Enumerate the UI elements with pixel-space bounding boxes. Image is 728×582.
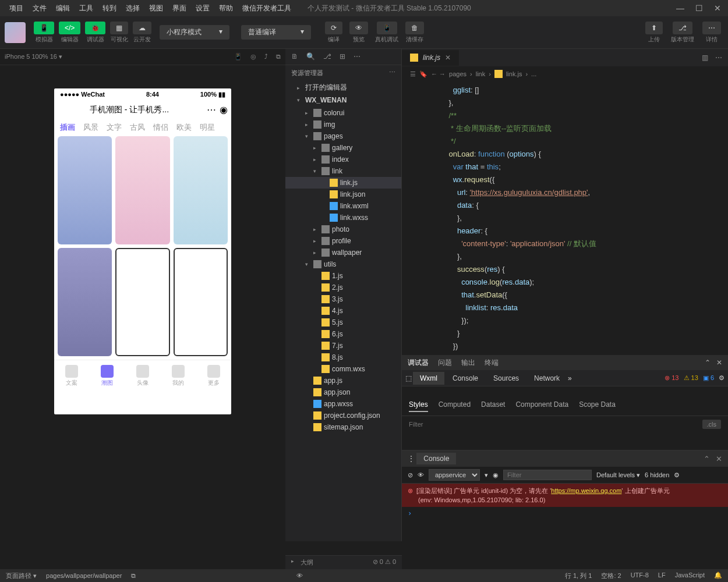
- file-3.js[interactable]: 3.js: [285, 293, 401, 305]
- file-link.json[interactable]: link.json: [285, 189, 401, 200]
- sb-page-path-label[interactable]: 页面路径 ▾: [6, 572, 37, 580]
- file-app.json[interactable]: app.json: [285, 386, 401, 398]
- styles-tab[interactable]: Styles: [409, 400, 428, 412]
- eye-icon-2[interactable]: ◉: [493, 471, 499, 479]
- minimize-button[interactable]: —: [674, 3, 686, 13]
- sb-position[interactable]: 行 1, 列 1: [565, 572, 592, 580]
- sb-page-path[interactable]: pages/wallpaper/wallpaper: [46, 572, 122, 579]
- file-app.js[interactable]: app.js: [285, 375, 401, 386]
- eye-icon[interactable]: 👁: [418, 471, 424, 478]
- file-1.js[interactable]: 1.js: [285, 270, 401, 282]
- menu-wechat-devtools[interactable]: 微信开发者工具: [238, 3, 296, 13]
- file-link.wxss[interactable]: link.wxss: [285, 212, 401, 223]
- folder-pages[interactable]: ▾pages: [285, 130, 401, 142]
- sim-copy-icon[interactable]: ⧉: [276, 53, 281, 61]
- panel-overflow-icon[interactable]: »: [568, 374, 572, 382]
- hidden-count[interactable]: 6 hidden: [645, 471, 669, 478]
- file-4.js[interactable]: 4.js: [285, 305, 401, 317]
- file-tab-link-js[interactable]: link.js ✕: [402, 50, 459, 66]
- tab-scenery[interactable]: 风景: [83, 122, 98, 133]
- file-comm.wxs[interactable]: comm.wxs: [285, 363, 401, 375]
- menu-view[interactable]: 视图: [144, 3, 168, 13]
- device-selector[interactable]: iPhone 5 100% 16 ▾: [5, 53, 62, 61]
- file-2.js[interactable]: 2.js: [285, 282, 401, 293]
- visual-button[interactable]: ▦: [110, 22, 128, 34]
- git-icon[interactable]: ⎇: [323, 52, 331, 61]
- nav-more[interactable]: 更多: [207, 365, 220, 387]
- capsule-menu-icon[interactable]: ⋯: [207, 104, 216, 115]
- menu-file[interactable]: 文件: [28, 3, 51, 13]
- dataset-tab[interactable]: Dataset: [481, 400, 505, 412]
- mode-dropdown[interactable]: 小程序模式▾: [160, 25, 229, 40]
- sim-phone-icon[interactable]: 📱: [234, 53, 242, 61]
- nav-mine[interactable]: 我的: [172, 365, 185, 387]
- menu-project[interactable]: 项目: [5, 3, 28, 13]
- panel-sources[interactable]: Sources: [486, 372, 526, 385]
- scope-data-tab[interactable]: Scope Data: [579, 400, 616, 412]
- folder-link[interactable]: ▾link: [285, 165, 401, 177]
- console-expand-icon[interactable]: ⌃: [704, 455, 710, 463]
- dt-tab-output[interactable]: 输出: [461, 358, 475, 368]
- gear-icon[interactable]: ⚙: [719, 374, 725, 382]
- folder-profile[interactable]: ▸profile: [285, 235, 401, 247]
- file-7.js[interactable]: 7.js: [285, 340, 401, 352]
- wallpaper-card[interactable]: [174, 136, 228, 244]
- computed-tab[interactable]: Computed: [439, 400, 471, 412]
- nav-avatar[interactable]: 头像: [136, 365, 149, 387]
- file-6.js[interactable]: 6.js: [285, 328, 401, 340]
- editor-button[interactable]: </>: [59, 22, 80, 34]
- styles-filter-input[interactable]: [409, 420, 702, 429]
- section-project-root[interactable]: ▾WX_WENAN: [285, 94, 401, 106]
- sb-indentation[interactable]: 空格: 2: [601, 572, 621, 580]
- more-icon[interactable]: ⋯: [354, 52, 361, 61]
- editor-more-icon[interactable]: ⋯: [715, 54, 722, 62]
- phone-simulator[interactable]: ●●●●● WeChat 8:44 100% ▮▮ 手机潮图 - 让手机秀...…: [54, 88, 231, 414]
- folder-photo[interactable]: ▸photo: [285, 223, 401, 235]
- console-prompt[interactable]: ›: [402, 507, 728, 520]
- clear-cache-button[interactable]: 🗑: [405, 22, 424, 34]
- file-sitemap.json[interactable]: sitemap.json: [285, 421, 401, 433]
- compile-button[interactable]: ⟳: [325, 22, 342, 34]
- wallpaper-card[interactable]: [58, 136, 112, 244]
- component-data-tab[interactable]: Component Data: [515, 400, 568, 412]
- warning-badge[interactable]: ⚠ 13: [684, 374, 698, 382]
- menu-edit[interactable]: 编辑: [51, 3, 75, 13]
- code-editor[interactable]: gglist: [] }, /** * 生命周期函数--监听页面加载 */ on…: [402, 81, 728, 355]
- cls-toggle[interactable]: .cls: [702, 420, 722, 429]
- block-icon[interactable]: ⊘: [408, 471, 413, 479]
- wallpaper-card[interactable]: [115, 248, 169, 356]
- sim-target-icon[interactable]: ◎: [250, 53, 256, 61]
- debugger-button[interactable]: 🐞: [85, 22, 105, 34]
- console-gear-icon[interactable]: ⚙: [674, 471, 680, 479]
- remote-debug-button[interactable]: 📱: [377, 22, 397, 34]
- levels-dropdown[interactable]: Default levels ▾: [596, 471, 640, 479]
- copy-path-icon[interactable]: ⧉: [131, 572, 136, 580]
- wallpaper-card[interactable]: [58, 248, 112, 356]
- console-close-icon[interactable]: ✕: [716, 455, 722, 463]
- outline-section[interactable]: 大纲: [301, 558, 313, 567]
- tab-couple[interactable]: 情侣: [153, 122, 168, 133]
- version-button[interactable]: ⎇: [673, 22, 692, 34]
- menu-select[interactable]: 选择: [121, 3, 144, 13]
- avatar[interactable]: [5, 22, 26, 43]
- console-drawer-tab[interactable]: Console: [416, 453, 456, 464]
- search-icon[interactable]: 🔍: [306, 52, 315, 61]
- file-8.js[interactable]: 8.js: [285, 352, 401, 363]
- compile-dropdown[interactable]: 普通编译▾: [241, 25, 311, 40]
- menu-tools[interactable]: 工具: [75, 3, 98, 13]
- maximize-button[interactable]: ☐: [693, 3, 705, 13]
- preview-button[interactable]: 👁: [349, 22, 368, 34]
- sb-encoding[interactable]: UTF-8: [631, 572, 649, 580]
- folder-img[interactable]: ▸img: [285, 119, 401, 130]
- folder-wallpaper[interactable]: ▸wallpaper: [285, 247, 401, 258]
- file-project.config.json[interactable]: project.config.json: [285, 410, 401, 421]
- dt-close-icon[interactable]: ✕: [716, 359, 722, 367]
- folder-gallery[interactable]: ▸gallery: [285, 142, 401, 154]
- menu-interface[interactable]: 界面: [168, 3, 191, 13]
- sim-share-icon[interactable]: ⤴: [264, 53, 268, 61]
- panel-wxml[interactable]: Wxml: [413, 372, 444, 385]
- menu-help[interactable]: 帮助: [214, 3, 238, 13]
- panel-console[interactable]: Console: [446, 372, 485, 385]
- tab-western[interactable]: 欧美: [176, 122, 192, 133]
- file-app.wxss[interactable]: app.wxss: [285, 398, 401, 410]
